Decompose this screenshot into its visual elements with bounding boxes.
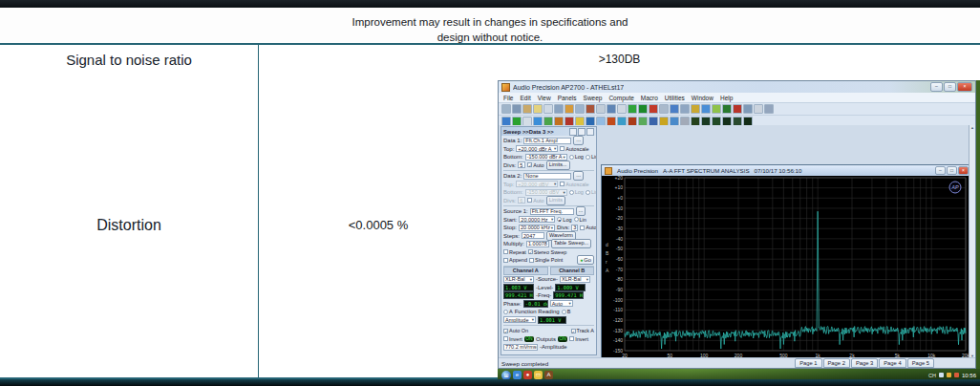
menu-macro[interactable]: Macro: [641, 95, 658, 101]
toolbar-icon-13[interactable]: [628, 104, 637, 114]
page-tab-2[interactable]: Page 2: [823, 358, 850, 368]
toolbar-icon-9[interactable]: [586, 104, 595, 114]
tray-icon-3[interactable]: [954, 373, 959, 377]
panel-button[interactable]: ...: [573, 171, 584, 181]
dropdown[interactable]: -150.000 dBr A▾: [525, 154, 567, 161]
checkbox[interactable]: Invert: [503, 336, 522, 342]
checkbox[interactable]: Auto: [527, 198, 543, 204]
folder-icon[interactable]: ▭: [534, 371, 543, 379]
vertical-scrollbar[interactable]: ▲ ▼: [969, 125, 975, 358]
browser-icon[interactable]: e: [513, 371, 522, 379]
toolbar-icon-15[interactable]: [649, 104, 658, 114]
toolbar-icon-14[interactable]: [638, 104, 648, 114]
radio[interactable]: A: [503, 309, 513, 314]
fft-maximize-button[interactable]: □: [947, 166, 957, 175]
toolbar-icon-7[interactable]: [565, 104, 574, 114]
radio[interactable]: ●Log: [557, 217, 571, 223]
page-tab-5[interactable]: Page 5: [907, 358, 934, 368]
dropdown[interactable]: Auto▾: [550, 300, 573, 307]
dropdown[interactable]: +20.000 dBr A▾: [516, 145, 558, 152]
input-field[interactable]: 3: [571, 225, 578, 231]
toolbar-icon-24[interactable]: [743, 104, 753, 114]
dropdown[interactable]: XLR-Bal▾: [503, 276, 534, 283]
menu-view[interactable]: View: [538, 95, 551, 101]
menu-sweep[interactable]: Sweep: [584, 95, 603, 101]
menu-edit[interactable]: Edit: [520, 95, 530, 101]
dropdown[interactable]: Amplitude▾: [503, 316, 536, 323]
toolbar-icon-3[interactable]: [522, 104, 532, 114]
checkbox[interactable]: Autoscale: [560, 182, 588, 187]
input-field[interactable]: 1.00078: [526, 241, 549, 247]
checkbox[interactable]: Repeat: [503, 249, 526, 255]
input-field[interactable]: Fft.FFT Freq.: [530, 208, 574, 215]
toolbar-icon-17[interactable]: [670, 104, 679, 114]
toolbar-icon-1[interactable]: [501, 104, 511, 114]
dropdown[interactable]: 20.0000 Hz▾: [519, 216, 555, 223]
toolbar-icon-18[interactable]: [680, 104, 690, 114]
input-field[interactable]: Fft.Ch.1 Ampl: [523, 138, 571, 144]
go-button[interactable]: ●Go: [577, 255, 594, 265]
scroll-up-icon[interactable]: ▲: [970, 125, 974, 130]
checkbox[interactable]: Autoscale: [560, 146, 588, 152]
toolbar-icon-6[interactable]: [554, 104, 564, 114]
input-field[interactable]: 5: [518, 161, 525, 168]
menu-file[interactable]: File: [503, 95, 513, 101]
input-field[interactable]: 6: [518, 197, 525, 204]
dropdown[interactable]: -150.000 dBV▾: [525, 189, 567, 196]
maximize-button[interactable]: □: [944, 82, 956, 92]
menu-window[interactable]: Window: [692, 95, 714, 101]
page-tab-3[interactable]: Page 3: [851, 358, 878, 368]
panel-button[interactable]: Limits: [546, 196, 565, 205]
toolbar-icon-10[interactable]: [596, 104, 606, 114]
radio[interactable]: Lin: [586, 154, 597, 160]
checkbox[interactable]: ✓Auto On: [503, 328, 528, 333]
toolbar-icon-12[interactable]: [617, 104, 627, 114]
panel-button[interactable]: Limits...: [546, 161, 570, 170]
radio[interactable]: Log: [569, 189, 584, 195]
checkbox[interactable]: Append: [503, 257, 527, 263]
dropdown[interactable]: XLR-Bal▾: [560, 276, 590, 283]
fft-close-button[interactable]: ×: [958, 166, 969, 175]
checkbox[interactable]: Invert: [569, 336, 588, 342]
media-icon[interactable]: ●: [523, 371, 532, 379]
toolbar-icon-21[interactable]: [712, 104, 721, 114]
toolbar-icon-4[interactable]: [533, 104, 543, 114]
toolbar-icon-2[interactable]: [512, 104, 522, 114]
radio[interactable]: B: [562, 309, 571, 314]
toolbar-icon-16[interactable]: [659, 104, 669, 114]
panel-button[interactable]: ...: [576, 206, 586, 216]
checkbox[interactable]: Single Point: [529, 257, 563, 263]
input-field[interactable]: None: [523, 173, 571, 180]
toolbar-icon-23[interactable]: [733, 104, 742, 114]
page-tab-1[interactable]: Page 1: [795, 358, 821, 368]
checkbox[interactable]: ✓Track A: [571, 328, 594, 333]
checkbox[interactable]: ✓Auto: [527, 162, 543, 168]
dropdown[interactable]: 770.2 mVrms▾: [503, 344, 538, 351]
toolbar-icon-22[interactable]: [722, 104, 732, 114]
toolbar-icon-25[interactable]: [754, 104, 763, 114]
panel-button[interactable]: ...: [573, 136, 584, 145]
page-tab-4[interactable]: Page 4: [879, 358, 905, 368]
start-button[interactable]: ⊞: [501, 371, 511, 380]
radio[interactable]: Lin: [574, 217, 586, 223]
menu-help[interactable]: Help: [720, 95, 733, 101]
toolbar-icon-8[interactable]: [575, 104, 585, 114]
toolbar-icon-5[interactable]: [543, 104, 553, 114]
tray-icon-2[interactable]: [947, 373, 951, 377]
tray-icon-1[interactable]: [939, 373, 944, 377]
radio[interactable]: Log: [569, 154, 584, 160]
input-field[interactable]: 2047: [522, 232, 544, 239]
toolbar-icon-11[interactable]: [607, 104, 616, 114]
ap-app-icon[interactable]: A: [544, 371, 553, 379]
panel-button[interactable]: Table Sweep...: [551, 239, 591, 248]
dropdown[interactable]: +20.000 dBV▾: [516, 181, 558, 187]
close-button[interactable]: ×: [957, 82, 972, 92]
panel-button-1[interactable]: [569, 128, 577, 136]
dropdown[interactable]: 20.0000 kHz▾: [519, 225, 555, 231]
minimize-button[interactable]: –: [930, 82, 943, 92]
checkbox[interactable]: ✓Stereo Sweep: [528, 249, 567, 255]
radio[interactable]: Lin: [586, 189, 597, 195]
toolbar-icon-19[interactable]: [691, 104, 700, 114]
toolbar-icon-26[interactable]: [764, 104, 774, 114]
panel-button-2[interactable]: [578, 128, 586, 136]
